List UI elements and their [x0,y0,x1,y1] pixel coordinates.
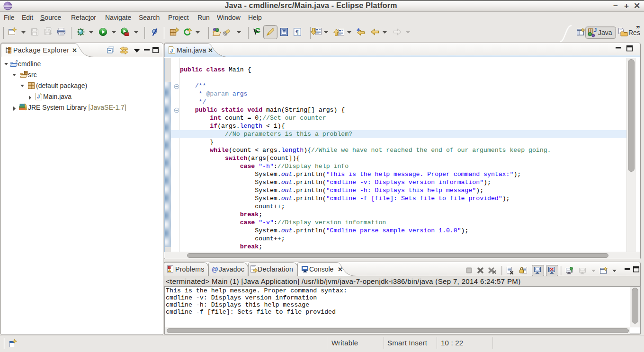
svg-text:Java: Java [598,29,612,36]
svg-text:J: J [594,27,597,34]
svg-text:¶: ¶ [295,28,299,35]
svg-text:J: J [170,48,173,53]
svg-text:J: J [37,94,40,99]
svg-text:J: J [16,59,18,63]
svg-text:@: @ [212,265,218,273]
svg-text:”: ” [636,24,640,33]
